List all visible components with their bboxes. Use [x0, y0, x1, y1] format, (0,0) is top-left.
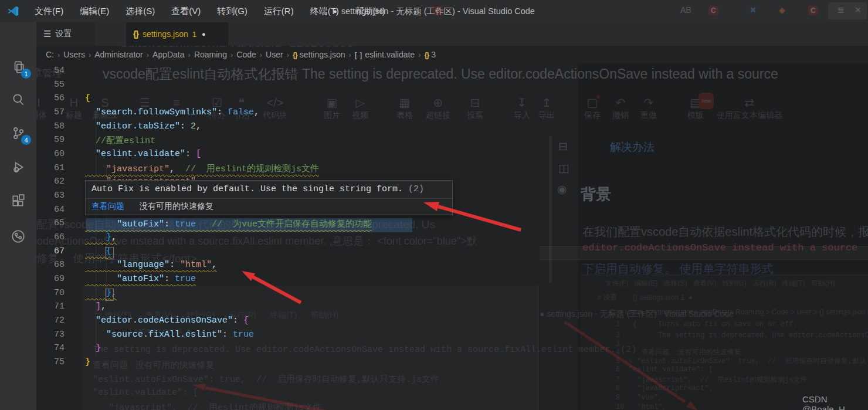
menu-item-6[interactable]: 运行(R)	[257, 4, 300, 19]
ghost-pane-icon: ⊟	[558, 140, 568, 153]
code-line-61[interactable]: 61 "javascript", // 用eslint的规则检测js文件	[0, 163, 868, 177]
activity-remote[interactable]	[0, 222, 36, 250]
menu-item-2[interactable]: 编辑(E)	[73, 4, 116, 19]
ghost-text: 在我们配置vscode自动依据eslint格式化代码的时候，报	[582, 224, 868, 240]
menu-item-4[interactable]: 查看(V)	[165, 4, 207, 19]
line-content: "language": "html",	[85, 260, 217, 270]
code-line-73[interactable]: 73 "source.fixAll.eslint": true	[0, 330, 868, 344]
menu-item-3[interactable]: 选择(S)	[119, 4, 161, 19]
breadcrumb-item-C:[interactable]: C:	[46, 50, 54, 59]
line-number: 67	[36, 246, 65, 256]
line-content: "search.followSymlinks": false,	[85, 107, 259, 117]
line-content: "autoFix": true	[85, 274, 196, 284]
line-content: "editor.codeActionsOnSave": {	[85, 316, 249, 326]
tab-settings-json[interactable]: {} settings.json 1 ●	[126, 22, 228, 46]
activity-run-debug[interactable]	[0, 153, 36, 181]
breadcrumb-item-3[interactable]: {}3	[424, 50, 436, 59]
code-line-56[interactable]: 56{	[0, 93, 868, 107]
vscode-logo-icon	[7, 5, 20, 18]
code-line-60[interactable]: 60 "eslint.validate": [	[0, 149, 868, 163]
activity-explorer[interactable]: 1	[0, 53, 36, 81]
code-line-69[interactable]: 69 "autoFix": true	[0, 274, 868, 288]
ghost-text: editor.codeActionsOnSave instead with a …	[3, 234, 477, 248]
line-content: },	[85, 288, 117, 298]
ghost-text: 文件(F) 编辑(E) 选择(S) 查看(V) 转到(G) 运行(R) 终端(T…	[605, 279, 835, 289]
menu-item-1[interactable]: 文件(F)	[28, 4, 70, 19]
menu-item-5[interactable]: 转到(G)	[211, 4, 254, 19]
code-line-65[interactable]: 65 "autoFix": true // 为vue文件开启保存自动修复的功能	[0, 218, 868, 232]
breadcrumb-item-Users[interactable]: Users	[63, 50, 85, 59]
activity-extensions[interactable]	[0, 187, 36, 215]
line-content: {	[85, 246, 111, 256]
ghost-toolbar-label: 投票	[467, 110, 483, 121]
breadcrumb-separator: ›	[287, 50, 289, 59]
code-line-74[interactable]: 74 }	[0, 343, 868, 357]
code-line-68[interactable]: 68 "language": "html",	[0, 260, 868, 274]
code-line-58[interactable]: 58 "editor.tabSize": 2,	[0, 121, 868, 135]
ghost-toolbar-icon: ⇄	[745, 95, 755, 110]
ghost-toolbar-待办: ☑待办	[209, 95, 225, 121]
code-line-66[interactable]: 66 },	[0, 232, 868, 246]
line-content: "javascript", // 用eslint的规则检测js文件	[85, 163, 319, 174]
breadcrumb-item-Administrator[interactable]: Administrator	[94, 50, 143, 59]
code-line-71[interactable]: 71 ],	[0, 301, 868, 316]
ghost-text: ≡ 设置 {} settings.json 1 ●	[597, 293, 693, 303]
ghost-toolbar-导出: ↥导出	[538, 95, 555, 121]
ghost-scrollbar	[549, 136, 552, 283]
ghost-toolbar-icon: ❝	[239, 95, 245, 110]
bracket-match-box	[105, 289, 114, 301]
ghost-text: "javascript", // 用eslint的规则检测js文件	[93, 402, 321, 410]
ghost-mini-screenshot-panel	[581, 275, 868, 410]
line-number: 71	[36, 301, 65, 311]
line-number: 55	[36, 80, 65, 90]
ghost-icon: ✕	[855, 5, 862, 15]
ghost-toolbar-icon: </>	[267, 95, 284, 110]
line-content: }	[85, 357, 90, 367]
code-line-59[interactable]: 59 //配置eslint	[0, 135, 868, 149]
view-problem-link[interactable]: 查看问题	[91, 201, 124, 212]
ghost-toolbar-icon: ☑	[212, 95, 222, 110]
ghost-left-image-panel	[82, 286, 538, 410]
code-line-75[interactable]: 75}	[0, 357, 868, 371]
code-line-70[interactable]: 70 },	[0, 288, 868, 302]
code-line-72[interactable]: 72 "editor.codeActionsOnSave": {	[0, 316, 868, 330]
ghost-icon: ❋	[368, 5, 375, 15]
ghost-toolbar-item: ≡	[173, 95, 180, 110]
vscode-window: 文章管理editor.csdn.net/md/?articleId=125209…	[0, 0, 868, 410]
ghost-text: 查看问题 没有可用的快速修复	[93, 360, 215, 371]
line-content: "source.fixAll.eslint": true	[85, 330, 254, 340]
breadcrumb-item-eslint.validate[interactable]: [ ]eslint.validate	[355, 50, 415, 59]
tab-settings[interactable]: ☰ 设置	[36, 22, 95, 46]
breadcrumb-item-Roaming[interactable]: Roaming	[194, 50, 227, 59]
ghost-toolbar-label: 表格	[396, 110, 413, 121]
breadcrumb-item-settings.json[interactable]: {}settings.json	[293, 50, 345, 59]
breadcrumb-item-Code[interactable]: Code	[236, 50, 256, 59]
ghost-toolbar-icon: ↥	[542, 95, 552, 110]
ghost-icon: ✖	[750, 5, 757, 15]
ghost-toolbar-icon: ↶	[616, 95, 626, 110]
ghost-toolbar-label: 超链接	[426, 110, 450, 121]
activity-source-control[interactable]: 4	[0, 119, 36, 147]
ghost-icon: ≣	[838, 5, 845, 15]
csdn-watermark: CSDN @Boale_H	[802, 394, 868, 410]
line-number: 72	[36, 316, 65, 326]
ghost-toolbar-label: 删除线	[93, 110, 117, 121]
tab-dirty-dot[interactable]: ●	[202, 31, 206, 38]
code-line-54[interactable]: 54	[0, 66, 868, 80]
activity-search[interactable]	[0, 86, 36, 114]
menu-item-7[interactable]: 终端(T)	[304, 4, 345, 19]
tab-file-label: settings.json	[143, 29, 188, 39]
bracket-match-box	[105, 247, 114, 259]
code-line-55[interactable]: 55	[0, 80, 868, 94]
code-line-57[interactable]: 57 "search.followSymlinks": false,	[0, 107, 868, 121]
ghost-toolbar-视频: ▷视频	[352, 95, 368, 121]
problem-count: (2)	[408, 184, 424, 194]
ghost-toolbar-使用富文本编辑器: ⇄使用富文本编辑器	[717, 95, 782, 121]
code-line-67[interactable]: 67 {	[0, 246, 868, 260]
breadcrumb-item-AppData[interactable]: AppData	[152, 50, 184, 59]
line-number: 56	[36, 93, 65, 103]
breadcrumb-item-User[interactable]: User	[266, 50, 283, 59]
ghost-toolbar-label: 导出	[538, 110, 555, 121]
ghost-toolbar-item: ☰	[140, 95, 150, 110]
breadcrumb: C:›Users›Administrator›AppData›Roaming›C…	[36, 46, 868, 63]
